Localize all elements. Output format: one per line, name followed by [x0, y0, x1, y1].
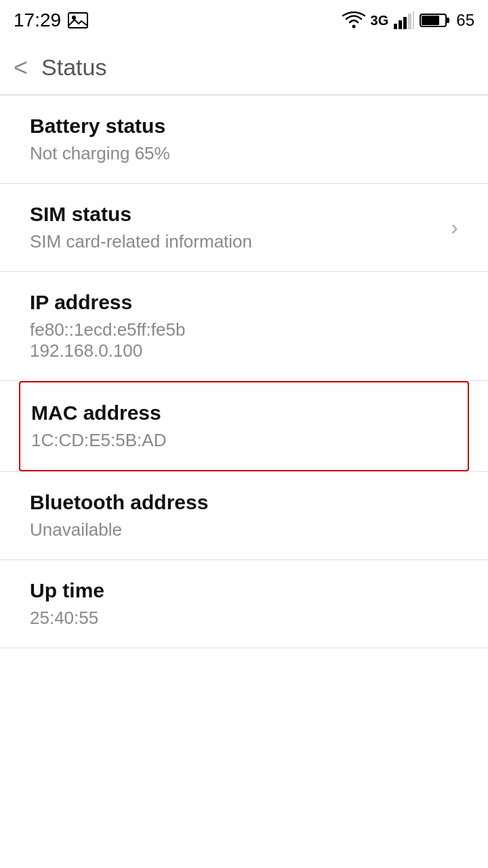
battery-status-subtitle: Not charging 65%	[30, 143, 458, 164]
status-time: 17:29	[14, 9, 61, 31]
ip-address-subtitle-2: 192.168.0.100	[30, 340, 458, 361]
svg-rect-7	[413, 12, 414, 29]
battery-percent: 65	[456, 11, 474, 30]
sim-chevron-icon: ›	[451, 215, 458, 240]
up-time-title: Up time	[30, 579, 458, 602]
svg-point-1	[72, 16, 76, 20]
svg-rect-4	[399, 20, 402, 29]
battery-icon	[420, 12, 451, 28]
bluetooth-address-subtitle: Unavailable	[30, 519, 458, 540]
svg-point-2	[352, 25, 355, 28]
mac-address-subtitle: 1C:CD:E5:5B:AD	[31, 430, 457, 451]
wifi-icon	[342, 12, 365, 29]
signal-bars-icon	[394, 12, 414, 29]
ip-address-title: IP address	[30, 291, 458, 314]
sim-status-subtitle: SIM card-related information	[30, 231, 252, 252]
mac-address-title: MAC address	[31, 401, 457, 425]
svg-rect-9	[446, 18, 449, 23]
list-item-bluetooth-address: Bluetooth address Unavailable	[0, 472, 488, 559]
list-item-battery-status: Battery status Not charging 65%	[0, 96, 488, 183]
bluetooth-address-title: Bluetooth address	[30, 491, 458, 514]
svg-rect-3	[394, 24, 397, 29]
sim-status-title: SIM status	[30, 203, 252, 226]
svg-rect-10	[422, 16, 439, 25]
list-item-sim-status[interactable]: SIM status SIM card-related information …	[0, 184, 488, 271]
svg-rect-5	[403, 17, 407, 29]
signal-3g-icon: 3G	[371, 13, 389, 28]
ip-address-subtitle-1: fe80::1ecd:e5ff:fe5b	[30, 319, 458, 340]
top-bar: < Status	[0, 41, 488, 95]
battery-status-title: Battery status	[30, 115, 458, 138]
status-bar: 17:29 3G	[0, 0, 488, 41]
list-item-ip-address: IP address fe80::1ecd:e5ff:fe5b 192.168.…	[0, 272, 488, 380]
back-button[interactable]: <	[14, 56, 28, 80]
list-item-mac-address: MAC address 1C:CD:E5:5B:AD	[19, 381, 469, 471]
page-title: Status	[41, 54, 106, 81]
list-item-up-time: Up time 25:40:55	[0, 560, 488, 648]
image-icon	[68, 12, 88, 28]
svg-rect-0	[68, 13, 87, 28]
up-time-subtitle: 25:40:55	[30, 608, 458, 629]
divider-6	[0, 648, 488, 648]
svg-rect-6	[408, 14, 411, 29]
status-icons: 3G 65	[342, 11, 474, 30]
